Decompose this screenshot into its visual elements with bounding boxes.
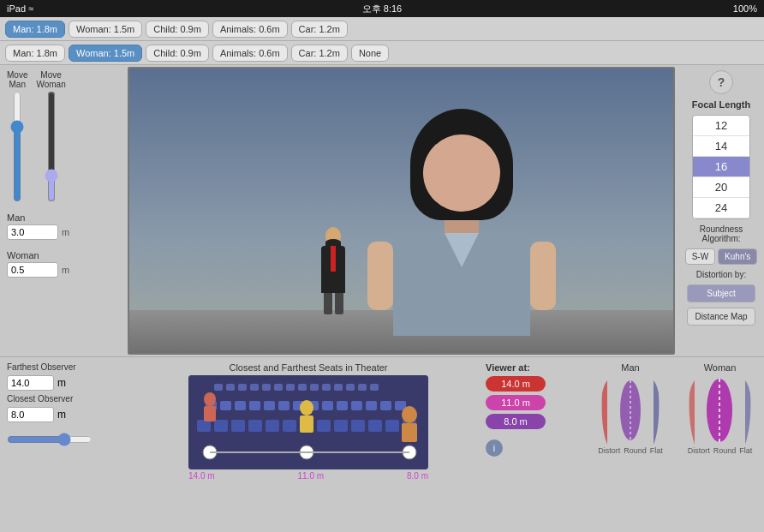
- focal-12[interactable]: 12: [693, 116, 749, 136]
- help-button[interactable]: ?: [709, 70, 733, 94]
- man-distort-bar: [599, 376, 616, 445]
- tab1-child[interactable]: Child: 0.9m: [146, 21, 209, 38]
- subject-btn[interactable]: Subject: [687, 284, 755, 302]
- sw-btn[interactable]: S-W: [685, 248, 715, 265]
- farthest-label: Farthest Observer: [7, 362, 131, 372]
- svg-rect-2: [226, 384, 235, 391]
- svg-rect-20: [278, 401, 289, 410]
- bottom-section: Farthest Observer m Closest Observer m C…: [0, 356, 764, 493]
- theater-labels: 14.0 m 11.0 m 8.0 m: [188, 471, 428, 481]
- tab2-none[interactable]: None: [351, 45, 389, 62]
- focal-16[interactable]: 16: [693, 157, 749, 177]
- viewer-badge-mid[interactable]: 11.0 m: [486, 395, 546, 410]
- svg-rect-45: [402, 423, 417, 442]
- tab1-man[interactable]: Man: 1.8m: [5, 21, 65, 38]
- viewport: Man 3.0 m 1.54 % Woman 0.5 m 0.00 %: [128, 67, 675, 355]
- svg-rect-6: [274, 384, 283, 391]
- farthest-unit: m: [57, 377, 66, 389]
- woman-round-label: Round: [713, 446, 737, 455]
- left-panel: MoveMan MoveWoman Man m Woman m: [0, 65, 124, 356]
- viewer-badge-close[interactable]: 8.0 m: [486, 414, 546, 429]
- svg-point-52: [620, 380, 641, 440]
- theater-label-mid: 11.0 m: [297, 471, 324, 481]
- theater-image: [188, 375, 428, 469]
- svg-point-42: [204, 392, 216, 406]
- viewport-bg: [129, 69, 673, 353]
- svg-rect-43: [204, 406, 216, 421]
- tab2-man[interactable]: Man: 1.8m: [5, 45, 65, 62]
- focal-scroll[interactable]: 12 14 16 20 24: [692, 115, 750, 219]
- info-button[interactable]: i: [486, 439, 503, 457]
- tab-row-2: Man: 1.8m Woman: 1.5m Child: 0.9m Animal…: [0, 41, 764, 65]
- closest-unit: m: [57, 409, 66, 421]
- woman-flat-label: Flat: [739, 446, 752, 455]
- tab2-car[interactable]: Car: 1.2m: [291, 45, 348, 62]
- focal-length-label: Focal Length: [692, 99, 750, 110]
- closest-input[interactable]: [7, 407, 54, 422]
- tab2-child[interactable]: Child: 0.9m: [146, 45, 209, 62]
- woman-chart-labels: Distort Round Flat: [688, 446, 753, 455]
- kuhns-btn[interactable]: Kuhn's: [718, 248, 757, 265]
- svg-rect-16: [220, 401, 231, 410]
- svg-point-44: [402, 406, 417, 423]
- man-input[interactable]: [7, 224, 58, 240]
- woman-slider[interactable]: [43, 91, 60, 202]
- tab1-animals[interactable]: Animals: 0.6m: [212, 21, 288, 38]
- svg-rect-24: [337, 401, 348, 410]
- man-flat-bar: [645, 376, 662, 445]
- woman-chart: Woman: [683, 362, 757, 488]
- bottom-charts: Man: [595, 362, 757, 488]
- woman-input-group: Woman m: [7, 250, 117, 278]
- focal-24[interactable]: 24: [693, 198, 749, 218]
- status-time: 오후 8:16: [362, 3, 402, 15]
- svg-rect-39: [368, 420, 382, 432]
- closest-label: Closest Observer: [7, 394, 131, 403]
- focal-14[interactable]: 14: [693, 136, 749, 157]
- man-flat-label: Flat: [650, 446, 663, 455]
- theater-title: Closest and Farthest Seats in Theater: [229, 362, 387, 373]
- status-ipad: iPad ≈: [7, 3, 33, 14]
- observer-slider[interactable]: [7, 433, 93, 446]
- woman-chart-title: Woman: [704, 362, 737, 373]
- svg-rect-38: [351, 420, 365, 432]
- man-slider-label: MoveMan: [7, 70, 27, 89]
- woman-round-bar: [705, 376, 735, 445]
- svg-rect-26: [366, 401, 377, 410]
- svg-rect-23: [322, 401, 333, 410]
- status-battery: 100%: [733, 3, 757, 14]
- bottom-viewer-section: Viewer at: 14.0 m 11.0 m 8.0 m i: [486, 362, 588, 488]
- woman-figure: [385, 109, 539, 336]
- sliders-row: MoveMan MoveWoman: [7, 70, 117, 202]
- tab-row-1: Man: 1.8m Woman: 1.5m Child: 0.9m Animal…: [0, 17, 764, 41]
- svg-rect-5: [262, 384, 271, 391]
- svg-rect-47: [300, 415, 313, 433]
- theater-label-far: 14.0 m: [188, 471, 215, 481]
- svg-rect-29: [197, 420, 211, 432]
- tab2-animals[interactable]: Animals: 0.6m: [212, 45, 288, 62]
- svg-point-46: [300, 400, 313, 415]
- svg-rect-27: [380, 401, 391, 410]
- man-unit: m: [62, 227, 69, 237]
- tab2-woman[interactable]: Woman: 1.5m: [69, 45, 142, 62]
- distance-map-btn[interactable]: Distance Map: [687, 308, 755, 326]
- woman-unit: m: [62, 265, 69, 275]
- man-slider[interactable]: [9, 91, 26, 202]
- farthest-input[interactable]: [7, 375, 54, 391]
- distort-label: Distortion by:: [696, 270, 746, 279]
- man-distort-label: Distort: [598, 446, 620, 455]
- svg-rect-13: [358, 384, 367, 391]
- roundness-btn-row: S-W Kuhn's: [685, 248, 758, 265]
- focal-20[interactable]: 20: [693, 177, 749, 198]
- woman-input[interactable]: [7, 262, 58, 278]
- man-round-bar: [618, 376, 643, 445]
- tab1-car[interactable]: Car: 1.2m: [291, 21, 348, 38]
- tab1-woman[interactable]: Woman: 1.5m: [69, 21, 142, 38]
- svg-rect-18: [249, 401, 260, 410]
- svg-rect-32: [248, 420, 262, 432]
- man-figure: [314, 227, 353, 314]
- viewer-badge-far[interactable]: 14.0 m: [486, 376, 546, 392]
- woman-slider-label: MoveWoman: [36, 70, 65, 89]
- man-input-label: Man: [7, 212, 117, 223]
- woman-distort-bar: [686, 376, 703, 445]
- man-chart: Man: [595, 362, 666, 488]
